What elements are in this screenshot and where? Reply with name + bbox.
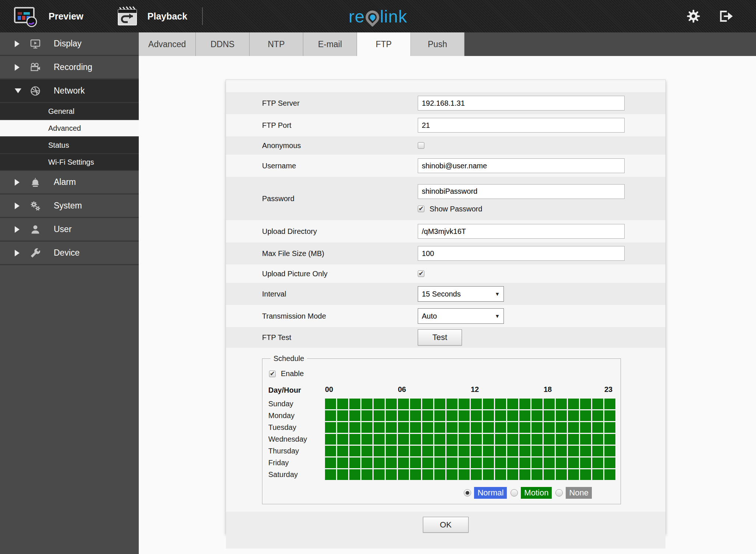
schedule-cell[interactable] <box>386 469 397 480</box>
schedule-cell[interactable] <box>410 422 421 433</box>
schedule-cell[interactable] <box>580 434 591 445</box>
schedule-cell[interactable] <box>592 422 603 433</box>
mode-label-motion[interactable]: Motion <box>521 487 552 499</box>
schedule-cell[interactable] <box>471 434 482 445</box>
schedule-cell[interactable] <box>422 434 433 445</box>
schedule-cell[interactable] <box>604 469 615 480</box>
schedule-cell[interactable] <box>507 399 518 409</box>
schedule-cell[interactable] <box>604 399 615 409</box>
schedule-cell[interactable] <box>386 446 397 456</box>
schedule-cell[interactable] <box>337 422 348 433</box>
mode-radio-normal[interactable] <box>464 489 471 497</box>
schedule-cell[interactable] <box>361 457 372 468</box>
schedule-cell[interactable] <box>531 469 543 480</box>
schedule-cell[interactable] <box>459 469 470 480</box>
schedule-cell[interactable] <box>592 446 603 456</box>
schedule-cell[interactable] <box>531 422 543 433</box>
schedule-cell[interactable] <box>495 422 506 433</box>
schedule-cell[interactable] <box>568 399 579 409</box>
schedule-cell[interactable] <box>568 410 579 421</box>
schedule-cell[interactable] <box>446 457 458 468</box>
schedule-cell[interactable] <box>434 399 445 409</box>
schedule-cell[interactable] <box>446 469 458 480</box>
schedule-cell[interactable] <box>361 434 372 445</box>
schedule-cell[interactable] <box>337 434 348 445</box>
schedule-cell[interactable] <box>471 399 482 409</box>
schedule-cell[interactable] <box>531 446 543 456</box>
upload-picture-only-checkbox[interactable] <box>418 270 424 277</box>
schedule-cell[interactable] <box>434 446 445 456</box>
schedule-cell[interactable] <box>446 434 458 445</box>
preview-nav[interactable]: Preview <box>13 5 84 28</box>
schedule-cell[interactable] <box>507 457 518 468</box>
schedule-cell[interactable] <box>592 410 603 421</box>
schedule-cell[interactable] <box>495 457 506 468</box>
schedule-cell[interactable] <box>398 446 409 456</box>
schedule-cell[interactable] <box>507 422 518 433</box>
schedule-cell[interactable] <box>568 422 579 433</box>
password-input[interactable] <box>418 184 625 199</box>
schedule-cell[interactable] <box>349 399 360 409</box>
schedule-cell[interactable] <box>398 399 409 409</box>
schedule-cell[interactable] <box>604 434 615 445</box>
schedule-cell[interactable] <box>459 410 470 421</box>
schedule-cell[interactable] <box>483 399 494 409</box>
anonymous-checkbox[interactable] <box>418 142 424 149</box>
schedule-cell[interactable] <box>398 434 409 445</box>
schedule-cell[interactable] <box>410 457 421 468</box>
schedule-cell[interactable] <box>580 399 591 409</box>
schedule-cell[interactable] <box>592 399 603 409</box>
logout-icon[interactable] <box>718 9 734 24</box>
schedule-cell[interactable] <box>580 410 591 421</box>
sidebar-item-recording[interactable]: Recording <box>0 56 139 80</box>
schedule-cell[interactable] <box>422 457 433 468</box>
schedule-cell[interactable] <box>544 399 555 409</box>
sidebar-item-network[interactable]: Network <box>0 80 139 103</box>
schedule-cell[interactable] <box>361 410 372 421</box>
schedule-cell[interactable] <box>398 457 409 468</box>
schedule-cell[interactable] <box>519 399 530 409</box>
schedule-cell[interactable] <box>568 446 579 456</box>
mode-label-none[interactable]: None <box>566 487 592 499</box>
schedule-cell[interactable] <box>519 469 530 480</box>
schedule-cell[interactable] <box>361 469 372 480</box>
playback-nav[interactable]: Playback <box>117 6 187 27</box>
sidebar-item-display[interactable]: Display <box>0 32 139 56</box>
schedule-cell[interactable] <box>556 422 567 433</box>
schedule-cell[interactable] <box>325 446 336 456</box>
tab-ddns[interactable]: DDNS <box>196 32 250 56</box>
schedule-cell[interactable] <box>544 410 555 421</box>
schedule-cell[interactable] <box>604 457 615 468</box>
schedule-cell[interactable] <box>325 422 336 433</box>
schedule-cell[interactable] <box>361 399 372 409</box>
schedule-cell[interactable] <box>580 457 591 468</box>
schedule-cell[interactable] <box>337 410 348 421</box>
max-file-size-input[interactable] <box>418 246 625 261</box>
sidebar-item-status[interactable]: Status <box>0 137 139 154</box>
schedule-cell[interactable] <box>374 434 385 445</box>
gear-icon[interactable] <box>686 9 701 24</box>
tab-ntp[interactable]: NTP <box>250 32 303 56</box>
schedule-cell[interactable] <box>374 457 385 468</box>
mode-label-normal[interactable]: Normal <box>474 487 507 499</box>
ok-button[interactable]: OK <box>423 517 469 533</box>
schedule-cell[interactable] <box>386 434 397 445</box>
schedule-cell[interactable] <box>556 446 567 456</box>
schedule-cell[interactable] <box>483 410 494 421</box>
schedule-cell[interactable] <box>434 457 445 468</box>
schedule-cell[interactable] <box>349 446 360 456</box>
schedule-cell[interactable] <box>556 410 567 421</box>
schedule-cell[interactable] <box>410 434 421 445</box>
schedule-cell[interactable] <box>422 410 433 421</box>
schedule-cell[interactable] <box>325 434 336 445</box>
schedule-cell[interactable] <box>374 422 385 433</box>
schedule-cell[interactable] <box>556 469 567 480</box>
schedule-cell[interactable] <box>471 422 482 433</box>
schedule-cell[interactable] <box>434 434 445 445</box>
schedule-cell[interactable] <box>519 410 530 421</box>
schedule-cell[interactable] <box>325 410 336 421</box>
schedule-cell[interactable] <box>495 469 506 480</box>
schedule-enable-checkbox[interactable] <box>269 371 276 377</box>
schedule-cell[interactable] <box>374 410 385 421</box>
schedule-cell[interactable] <box>544 457 555 468</box>
